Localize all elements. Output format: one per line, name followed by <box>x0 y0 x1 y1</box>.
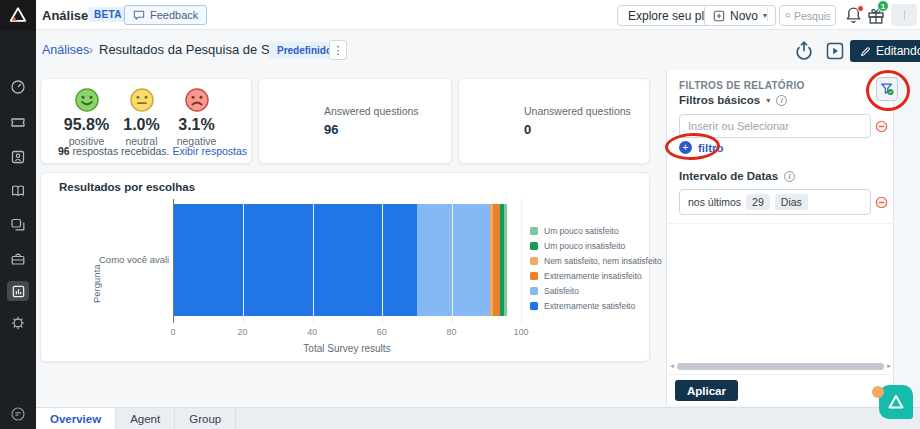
legend-label: Extremamente insatisfeito <box>544 271 642 281</box>
legend-label: Um pouco satisfeito <box>544 226 619 236</box>
date-range-input[interactable]: nos últimos 29 Dias <box>679 189 871 215</box>
scrollbar-thumb[interactable] <box>677 363 884 370</box>
apply-button[interactable]: Aplicar <box>675 380 738 401</box>
legend-label: Extremamente satisfeito <box>544 301 635 311</box>
sidebar-item-dashboard[interactable] <box>10 79 26 95</box>
date-range-section: Intervalo de Datas i <box>679 170 795 182</box>
info-icon[interactable]: i <box>776 95 787 106</box>
export-button[interactable] <box>793 40 815 62</box>
chart-gridline <box>452 199 453 323</box>
chevron-down-icon[interactable]: ▾ <box>766 96 770 105</box>
feedback-button[interactable]: Feedback <box>124 5 207 25</box>
sidebar-item-contacts[interactable] <box>10 149 26 165</box>
help-widget-icon[interactable] <box>10 406 26 422</box>
view-responses-link[interactable]: Exibir respostas <box>172 145 247 157</box>
legend-label: Nem satisfeito, nem insatisfeito <box>544 256 662 266</box>
analytics-icon <box>11 284 26 299</box>
kebab-menu-icon: ⋮ <box>333 44 344 57</box>
chart-bar-segment-extremamente-satisfeito[interactable] <box>174 204 417 316</box>
neutral-value: 1.0% <box>123 116 159 134</box>
breadcrumb-separator: › <box>89 43 93 57</box>
tab-overview[interactable]: Overview <box>36 408 116 429</box>
beta-badge: BETA <box>88 7 128 22</box>
unanswered-questions-value: 0 <box>524 122 631 137</box>
new-label: Novo <box>730 9 758 23</box>
sidebar-item-tickets[interactable] <box>10 114 26 130</box>
sidebar-item-forums[interactable] <box>10 217 26 233</box>
chart-title: Resultados por escolhas <box>59 181 195 193</box>
chart-gridline <box>382 199 383 323</box>
scroll-right-arrow[interactable]: ▸ <box>884 362 894 370</box>
info-icon[interactable]: i <box>784 171 795 182</box>
editing-button[interactable]: Editando <box>850 40 920 62</box>
notification-dot <box>857 5 864 12</box>
chat-widget-button[interactable] <box>879 385 913 419</box>
legend-item[interactable]: Nem satisfeito, nem insatisfeito <box>530 256 662 266</box>
basic-filters-label[interactable]: Filtros básicos <box>679 94 760 106</box>
sentiment-negative: 3.1% negative <box>169 87 224 147</box>
panel-footer-divider <box>667 374 894 375</box>
chart-gridline <box>521 199 522 323</box>
answered-questions-value: 96 <box>324 122 419 137</box>
freshworks-logo[interactable] <box>0 0 36 30</box>
breadcrumb-parent-link[interactable]: Análises <box>42 43 89 57</box>
basic-filters-section: Filtros básicos ▾ i <box>679 94 787 106</box>
legend-item[interactable]: Um pouco insatisfeito <box>530 241 662 251</box>
chart-xtick-label: 20 <box>238 327 248 337</box>
remove-date-filter-icon[interactable] <box>875 196 888 209</box>
tab-group[interactable]: Group <box>175 408 236 429</box>
legend-item[interactable]: Um pouco satisfeito <box>530 226 662 236</box>
add-filter-label: filtro <box>698 142 724 154</box>
date-value-chip[interactable]: 29 <box>746 194 770 210</box>
chart-gridline <box>313 199 314 323</box>
remove-filter-icon[interactable] <box>875 120 888 133</box>
legend-item[interactable]: Satisfeito <box>530 286 662 296</box>
edit-icon <box>860 46 871 57</box>
present-button[interactable] <box>825 41 845 61</box>
feedback-icon <box>133 10 145 21</box>
bottom-tab-bar: Overview Agent Group <box>36 407 920 429</box>
chart-xtick-label: 40 <box>307 327 317 337</box>
feedback-label: Feedback <box>150 9 198 21</box>
sidebar-item-analytics-active[interactable] <box>7 281 29 301</box>
search-input[interactable] <box>794 10 830 22</box>
basic-filter-input[interactable] <box>679 114 871 138</box>
legend-label: Satisfeito <box>544 286 579 296</box>
chart-bar-segment-um-pouco-satisfeito[interactable] <box>504 204 507 316</box>
unanswered-questions-card: Unanswered questions 0 <box>458 78 650 164</box>
legend-item[interactable]: Extremamente satisfeito <box>530 301 662 311</box>
legend-item[interactable]: Extremamente insatisfeito <box>530 271 662 281</box>
legend-swatch <box>530 257 538 265</box>
chart-bar-segment-extremamente-insatisfeito[interactable] <box>493 204 500 316</box>
analytics-app-window: Análises BETA Feedback Explore seu plano… <box>0 0 920 429</box>
kebab-menu-button[interactable]: ⋮ <box>329 40 347 60</box>
legend-swatch <box>530 287 538 295</box>
chart-bar <box>174 204 521 316</box>
filter-toggle-icon <box>880 82 894 96</box>
chart-bar-segment-satisfeito[interactable] <box>417 204 490 316</box>
chart-x-axis-label: Total Survey results <box>173 343 521 354</box>
date-unit-chip[interactable]: Dias <box>775 194 808 210</box>
search-box[interactable] <box>779 5 836 26</box>
chart-legend: Um pouco satisfeitoUm pouco insatisfeito… <box>530 226 662 311</box>
sidebar-item-admin-tools[interactable] <box>10 251 26 267</box>
chart-xticks: 020406080100 <box>173 327 521 339</box>
legend-label: Um pouco insatisfeito <box>544 241 625 251</box>
user-menu-button[interactable] <box>891 4 917 26</box>
new-button[interactable]: Novo ▾ <box>704 5 776 26</box>
date-prefix: nos últimos <box>688 196 741 208</box>
positive-value: 95.8% <box>64 116 109 134</box>
scroll-left-arrow[interactable]: ◂ <box>667 362 677 370</box>
date-range-label: Intervalo de Datas <box>679 170 778 182</box>
header-divider <box>767 7 768 22</box>
results-by-choice-chart-card: Resultados por escolhas Pergunta Como vo… <box>40 172 650 362</box>
filter-panel-toggle-button[interactable] <box>876 77 898 101</box>
breadcrumb-bar: Análises › Resultados da Pesquisa de Sat… <box>36 30 920 70</box>
legend-swatch <box>530 242 538 250</box>
sidebar-item-solutions[interactable] <box>10 183 26 199</box>
tab-agent[interactable]: Agent <box>116 408 175 429</box>
filters-panel-title: FILTROS DE RELATÓRIO <box>679 80 805 91</box>
neutral-face-icon <box>129 87 155 113</box>
add-filter-button[interactable]: + filtro <box>679 141 724 154</box>
sidebar-item-settings[interactable] <box>10 315 26 331</box>
